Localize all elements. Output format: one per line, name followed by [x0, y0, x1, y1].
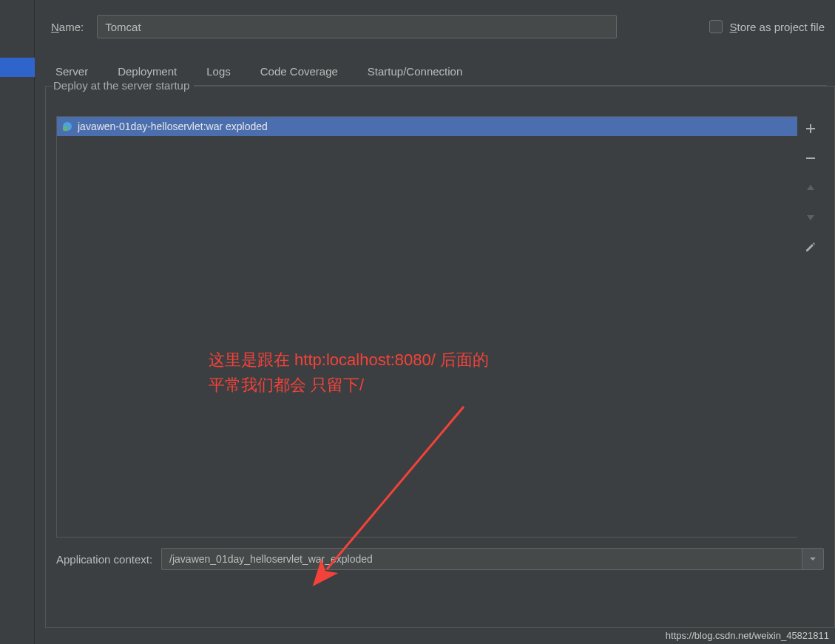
edit-button[interactable] — [801, 237, 820, 257]
application-context-label: Application context: — [56, 553, 152, 566]
deploy-area: javawen-01day-helloservlet:war exploded — [56, 116, 824, 538]
deploy-item[interactable]: javawen-01day-helloservlet:war exploded — [57, 117, 797, 136]
chevron-down-icon — [809, 555, 817, 563]
store-label: Store as project file — [730, 21, 825, 33]
group-header: Deploy at the server startup — [53, 79, 827, 92]
watermark: https://blog.csdn.net/weixin_45821811 — [666, 630, 829, 641]
add-button[interactable] — [801, 119, 820, 138]
sidebar-selected-item[interactable] — [0, 58, 35, 77]
group-separator — [194, 85, 827, 86]
deploy-toolbar — [797, 116, 824, 538]
name-label: Name: — [51, 21, 84, 33]
dropdown-button[interactable] — [802, 548, 824, 570]
deploy-list[interactable]: javawen-01day-helloservlet:war exploded — [56, 116, 797, 538]
artifact-icon — [61, 121, 73, 132]
svg-point-1 — [63, 126, 67, 131]
name-input[interactable] — [97, 15, 617, 38]
move-down-button — [801, 208, 820, 227]
move-up-button — [801, 178, 820, 197]
application-context-input[interactable] — [161, 548, 802, 570]
application-context-row: Application context: — [56, 548, 824, 570]
left-sidebar-stub — [0, 0, 35, 644]
deploy-item-label: javawen-01day-helloservlet:war exploded — [78, 121, 268, 132]
store-as-project-file[interactable]: Store as project file — [709, 20, 825, 33]
header-row: Name: Store as project file — [45, 0, 825, 43]
main-panel: Name: Store as project file Server Deplo… — [35, 0, 835, 644]
application-context-combo[interactable] — [161, 548, 824, 570]
checkbox-icon[interactable] — [709, 20, 723, 33]
svg-rect-2 — [806, 157, 815, 159]
deployment-panel: Deploy at the server startup javawen-01d… — [45, 86, 835, 628]
remove-button[interactable] — [801, 149, 820, 168]
group-title: Deploy at the server startup — [53, 79, 194, 92]
